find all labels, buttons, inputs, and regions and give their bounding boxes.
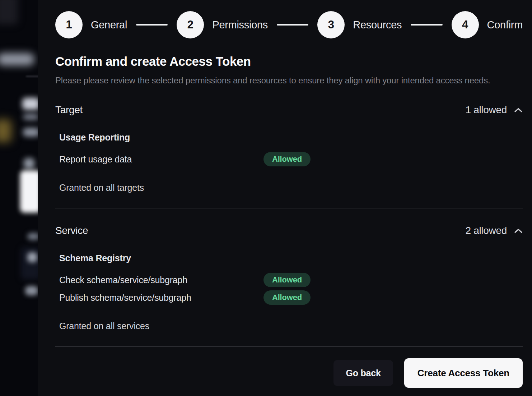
blurred-text xyxy=(27,233,38,240)
group-name: Usage Reporting xyxy=(59,132,523,143)
blurred-panel xyxy=(21,247,38,280)
blurred-accent-blob xyxy=(0,119,11,142)
status-badge: Allowed xyxy=(263,273,311,287)
screen: 1 General 2 Permissions 3 Resources 4 Co… xyxy=(0,0,532,396)
target-section-header: Target 1 allowed xyxy=(55,104,523,116)
service-section-header: Service 2 allowed xyxy=(55,225,523,236)
step-connector xyxy=(411,24,442,26)
permission-rows: Report usage data Allowed xyxy=(59,152,523,166)
blurred-white-card xyxy=(20,170,38,213)
status-badge: Allowed xyxy=(263,152,311,166)
permission-row: Publish schema/service/subgraph Allowed xyxy=(59,290,523,305)
section-divider xyxy=(55,208,523,208)
blurred-text xyxy=(25,286,38,295)
blurred-text xyxy=(27,252,37,262)
page-description: Please please review the selected permis… xyxy=(55,73,496,88)
blurred-logo xyxy=(0,0,18,24)
step-general[interactable]: 1 General xyxy=(55,11,127,38)
blurred-nav-text xyxy=(0,53,34,65)
status-badge: Allowed xyxy=(263,290,311,305)
footer-divider xyxy=(55,346,523,347)
step-label: General xyxy=(91,19,127,31)
permission-label: Report usage data xyxy=(59,154,263,165)
permission-group: Usage Reporting Report usage data Allowe… xyxy=(55,132,523,166)
permission-row: Report usage data Allowed xyxy=(59,152,523,166)
service-section: Service 2 allowed Schema Registry Check … xyxy=(55,225,523,331)
step-number-badge: 2 xyxy=(177,11,204,38)
chevron-up-icon xyxy=(514,228,523,234)
step-number-badge: 4 xyxy=(452,11,479,38)
step-label: Permissions xyxy=(212,19,268,31)
page-title: Confirm and create Access Token xyxy=(55,54,523,69)
step-number-badge: 3 xyxy=(317,11,345,38)
group-name: Schema Registry xyxy=(59,253,523,263)
service-section-toggle[interactable]: 2 allowed xyxy=(465,225,523,236)
blurred-heading-text xyxy=(22,98,38,110)
granted-note: Granted on all services xyxy=(55,321,523,331)
allowed-count: 1 allowed xyxy=(465,104,507,116)
permission-group: Schema Registry Check schema/service/sub… xyxy=(55,253,523,305)
step-connector xyxy=(136,24,168,26)
go-back-button[interactable]: Go back xyxy=(333,360,393,386)
allowed-count: 2 allowed xyxy=(465,225,507,236)
step-resources[interactable]: 3 Resources xyxy=(317,11,402,38)
create-access-token-button[interactable]: Create Access Token xyxy=(404,358,523,388)
permission-row: Check schema/service/subgraph Allowed xyxy=(59,273,523,287)
background-page xyxy=(0,0,38,396)
blurred-divider xyxy=(26,76,38,77)
chevron-up-icon xyxy=(514,107,523,113)
step-confirm[interactable]: 4 Confirm xyxy=(452,11,523,38)
step-number-badge: 1 xyxy=(55,11,83,38)
permission-label: Publish schema/service/subgraph xyxy=(59,293,263,303)
target-section: Target 1 allowed Usage Reporting Report … xyxy=(55,104,523,193)
step-label: Resources xyxy=(353,19,402,31)
section-title: Target xyxy=(55,104,83,116)
step-connector xyxy=(277,24,308,26)
permission-rows: Check schema/service/subgraph Allowed Pu… xyxy=(59,273,523,305)
step-label: Confirm xyxy=(487,19,523,31)
stepper: 1 General 2 Permissions 3 Resources 4 Co… xyxy=(55,11,523,38)
permission-label: Check schema/service/subgraph xyxy=(59,275,263,285)
create-access-token-modal: 1 General 2 Permissions 3 Resources 4 Co… xyxy=(38,0,532,396)
blurred-subtext xyxy=(23,114,38,120)
section-title: Service xyxy=(55,225,88,236)
target-section-toggle[interactable]: 1 allowed xyxy=(465,104,523,116)
step-permissions[interactable]: 2 Permissions xyxy=(177,11,268,38)
granted-note: Granted on all targets xyxy=(55,183,523,193)
blurred-subtext xyxy=(23,128,38,137)
modal-footer: Go back Create Access Token xyxy=(55,358,523,388)
blurred-icon xyxy=(24,158,34,169)
